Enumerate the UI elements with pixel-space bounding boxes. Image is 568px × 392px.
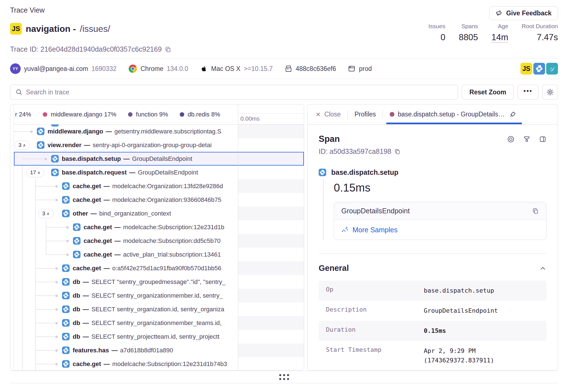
python-icon xyxy=(62,278,70,286)
close-icon: × xyxy=(316,111,320,118)
panel-resize-handle[interactable] xyxy=(10,371,558,383)
stat-label: Spans xyxy=(459,23,478,30)
stat-value[interactable]: 14m xyxy=(491,32,508,42)
panel-resize-rail[interactable] xyxy=(10,104,14,370)
browser-meta[interactable]: Chrome 134.0.0 xyxy=(128,64,188,73)
tab-profiles[interactable]: Profiles xyxy=(348,104,383,124)
more-samples-link[interactable]: More Samples xyxy=(352,226,397,234)
collapse-count: 17 xyxy=(30,169,36,176)
span-tree-row[interactable]: 17∧ base.dispatch.request—GroupDetailsEn… xyxy=(14,166,304,179)
python-icon xyxy=(62,196,70,204)
span-row-label: base.dispatch.request—GroupDetailsEndpoi… xyxy=(62,166,237,179)
user-meta[interactable]: YY yuval@pangea-ai.com 1690332 xyxy=(10,63,117,74)
separator: — xyxy=(101,183,112,190)
span-row-label: cache.get—modelcache:Subscription:12e231… xyxy=(84,220,237,234)
chevron-up-icon: ∧ xyxy=(23,143,26,147)
span-tree-row[interactable]: 3∧ view.render—sentry-api-0-organization… xyxy=(14,138,304,152)
span-description: GroupDetailsEndpoint xyxy=(138,169,198,176)
separator: — xyxy=(80,306,91,313)
span-tree-row[interactable]: cache.get—modelcache:Subscription:dd5c5b… xyxy=(14,234,304,248)
more-options-button[interactable]: ••• xyxy=(518,85,538,100)
span-description: SELECT sentry_organizationmember_teams.i… xyxy=(91,319,221,327)
span-tree-row[interactable]: db—SELECT sentry_organization.id, sentry… xyxy=(14,302,304,316)
environment-meta[interactable]: prod xyxy=(348,65,372,73)
pin-icon[interactable] xyxy=(509,111,516,118)
span-tree-row[interactable]: cache.get—modelcache:Subscription:12e231… xyxy=(14,220,304,234)
span-row-label: cache.get—modelcache:Organization:936608… xyxy=(73,193,237,207)
collapse-pill[interactable]: 3∧ xyxy=(15,140,30,150)
side-panel-layout-icon[interactable] xyxy=(539,135,546,143)
stat-age: Age14m xyxy=(491,23,508,42)
python-icon xyxy=(73,223,81,231)
kv-value: 0.15ms xyxy=(424,326,539,336)
os-meta[interactable]: Mac OS X >=10.15.7 xyxy=(200,65,273,73)
trace-path: /issues/ xyxy=(80,24,110,34)
python-icon xyxy=(62,278,70,286)
chevron-up-icon: ∧ xyxy=(37,170,40,175)
separator: — xyxy=(80,333,91,340)
span-row-label: cache.get—modelcache:Subscription:dd5c5b… xyxy=(84,234,237,248)
span-op: cache.get xyxy=(73,183,101,190)
python-icon xyxy=(62,333,70,340)
span-tree-row[interactable]: cache.get—o:a5f42e275d1ac91fba90f0b570d1… xyxy=(14,261,304,275)
javascript-platform-icon: JS xyxy=(10,23,22,35)
span-tree-row[interactable]: db—SELECT sentry_projectteam.id, sentry_… xyxy=(14,330,304,343)
stat-value: 0 xyxy=(428,32,445,42)
span-tree-row[interactable]: db—SELECT "sentry_groupedmessage"."id", … xyxy=(14,275,304,289)
timeline-start-label: 0.00ms xyxy=(238,114,304,122)
grip-dots-icon xyxy=(279,374,289,380)
span-tree-row[interactable]: cache.get—active_plan_trial:subscription… xyxy=(14,248,304,261)
timeline-scroll-track[interactable] xyxy=(238,104,304,114)
stat-value: 8805 xyxy=(459,32,478,42)
collapse-count: 3 xyxy=(42,211,45,217)
span-tree-row[interactable]: features.has—a7d618b8df01a890 xyxy=(14,343,304,357)
python-icon xyxy=(51,169,59,176)
span-tree-row[interactable]: cache.get—modelcache:Organization:13fd28… xyxy=(14,179,304,193)
trace-stats: Issues0Spans8805Age14mRoot Duration7.47s xyxy=(428,23,558,42)
python-icon xyxy=(62,319,70,327)
zoom-to-span-icon[interactable] xyxy=(523,135,531,143)
device-icon xyxy=(285,65,292,73)
span-tree-row[interactable]: 3∧ other—bind_organization_context xyxy=(14,207,304,220)
span-tree-row[interactable]: cache.get—modelcache:Subscription:12e231… xyxy=(14,357,304,370)
python-icon xyxy=(37,141,44,149)
span-op-dot xyxy=(390,112,394,117)
span-description: bind_organization_context xyxy=(99,210,171,217)
collapse-pill[interactable]: 17∧ xyxy=(26,168,44,177)
timeline-divider[interactable] xyxy=(238,104,238,370)
reset-zoom-button[interactable]: Reset Zoom xyxy=(462,85,514,100)
give-feedback-button[interactable]: Give Feedback xyxy=(489,6,558,20)
kv-value-line: (1743629372.837911) xyxy=(424,356,539,365)
general-kv-table: Opbase.dispatch.setupDescriptionGroupDet… xyxy=(319,281,546,371)
span-tree-row[interactable]: cache.get—modelcache:Organization:936608… xyxy=(14,193,304,207)
chevron-up-icon[interactable] xyxy=(539,265,546,272)
copy-icon[interactable] xyxy=(394,148,401,155)
span-tree: middleware.django—getsentry.middleware.s… xyxy=(14,125,304,370)
settings-button[interactable] xyxy=(542,85,558,100)
span-tree-row[interactable]: db—SELECT sentry_organizationmember.id, … xyxy=(14,289,304,302)
device-meta[interactable]: 488c8c636ef6 xyxy=(285,65,336,73)
span-description: modelcache:Subscription:dd5c5b70 xyxy=(123,237,221,245)
megaphone-icon xyxy=(496,9,503,17)
trace-name: navigation - xyxy=(26,24,76,34)
tree-connector xyxy=(35,336,57,337)
span-tree-row[interactable]: db—SELECT sentry_organizationmember_team… xyxy=(14,316,304,330)
search-box[interactable] xyxy=(10,85,458,100)
python-icon xyxy=(62,333,70,340)
span-tree-row[interactable]: base.dispatch.setup—GroupDetailsEndpoint xyxy=(14,152,304,166)
focus-icon[interactable] xyxy=(507,135,515,143)
search-input[interactable] xyxy=(26,89,453,96)
span-tree-row[interactable]: middleware.django—getsentry.middleware.s… xyxy=(14,125,304,138)
copy-icon[interactable] xyxy=(165,46,171,53)
copy-icon[interactable] xyxy=(532,207,539,214)
span-op: other xyxy=(73,210,88,217)
span-row-label: cache.get—active_plan_trial:subscription… xyxy=(84,248,237,261)
close-tab-button[interactable]: × Close xyxy=(316,104,347,124)
span-op: view.render xyxy=(48,142,81,149)
collapse-pill[interactable]: 3∧ xyxy=(38,209,53,218)
python-icon xyxy=(62,196,70,204)
tree-connector xyxy=(35,268,57,269)
span-description: SELECT sentry_organizationmember.id, sen… xyxy=(91,292,223,299)
tab-span-active[interactable]: base.dispatch.setup - GroupDetails… xyxy=(383,104,523,124)
profile-samples-icon xyxy=(341,226,349,233)
